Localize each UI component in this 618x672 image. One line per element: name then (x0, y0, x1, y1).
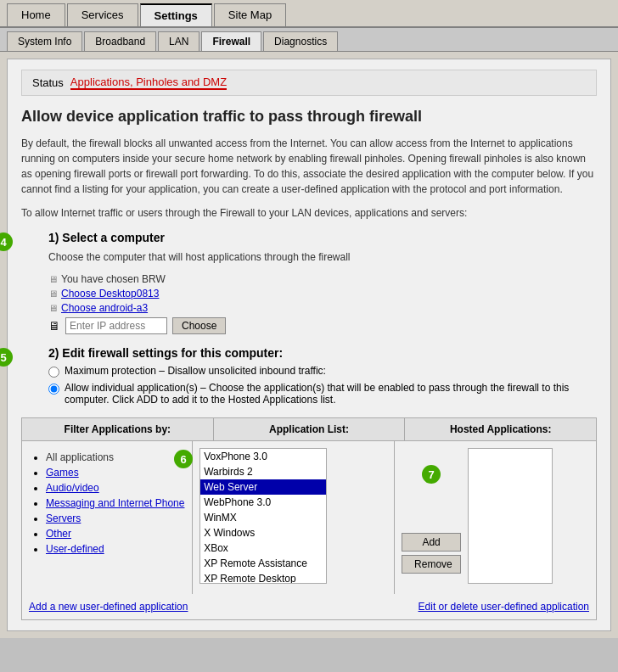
remove-button[interactable]: Remove (402, 555, 461, 574)
filter-servers: Servers (46, 512, 185, 524)
computer-icon-android: 🖥 (48, 303, 58, 313)
app-table-header: Filter Applications by: Application List… (22, 418, 596, 441)
sub-nav: System Info Broadband LAN Firewall Diagn… (0, 28, 618, 52)
col-header-filter: Filter Applications by: (22, 418, 214, 440)
hosted-box (468, 448, 553, 584)
app-table-body: All applications Games Audio/video Messa… (22, 441, 596, 594)
section2-heading: 2) Edit firewall settings for this compu… (48, 346, 597, 360)
radio-allow-individual: Allow individual application(s) – Choose… (48, 382, 597, 406)
radio-max-protection: Maximum protection – Disallow unsolicite… (48, 365, 597, 378)
choose-android-link[interactable]: Choose android-a3 (61, 302, 148, 314)
app-section: Filter Applications by: Application List… (21, 417, 597, 620)
radio-allow-input[interactable] (48, 384, 59, 395)
filter-games: Games (46, 467, 185, 479)
col-header-hosted: Hosted Applications: (405, 418, 596, 440)
filter-messaging-link[interactable]: Messaging and Internet Phone (46, 497, 184, 509)
section1-heading: 1) Select a computer (48, 231, 597, 244)
app-item-xpra[interactable]: XP Remote Assistance (200, 556, 326, 571)
app-item-voxphone[interactable]: VoxPhone 3.0 (200, 449, 326, 464)
step7-badge: 7 (422, 465, 441, 484)
page-title: Allow device application traffic to pass… (21, 108, 597, 126)
status-label: Status (32, 76, 64, 89)
filter-servers-link[interactable]: Servers (46, 512, 81, 524)
status-value: Applications, Pinholes and DMZ (70, 76, 227, 90)
applist-col: 6 VoxPhone 3.0 Warbirds 2 Web Server Web… (193, 441, 395, 594)
app-item-xbox[interactable]: XBox (200, 540, 326, 556)
filter-messaging: Messaging and Internet Phone (46, 497, 185, 509)
choose-desktop-link[interactable]: Choose Desktop0813 (61, 288, 159, 300)
radio-allow-label: Allow individual application(s) – Choose… (65, 382, 597, 406)
top-nav: Home Services Settings Site Map (0, 0, 618, 28)
step5-badge: 5 (0, 348, 13, 367)
tab-services[interactable]: Services (67, 3, 138, 26)
hosted-col: 7 Add Remove (395, 441, 596, 594)
step6-badge: 6 (174, 450, 193, 468)
filter-games-link[interactable]: Games (46, 467, 79, 479)
app-item-warbirds[interactable]: Warbirds 2 (200, 464, 326, 479)
desktop-item: 🖥 Choose Desktop0813 (48, 288, 597, 300)
computer-icon-chosen: 🖥 (48, 274, 58, 284)
step4-badge: 4 (0, 232, 13, 251)
subtab-broadband[interactable]: Broadband (84, 31, 156, 51)
chosen-computer: 🖥 You have chosen BRW (48, 273, 597, 285)
app-item-xprd[interactable]: XP Remote Desktop (200, 571, 326, 584)
choose-ip-button[interactable]: Choose (172, 317, 226, 334)
filter-user-defined-link[interactable]: User-defined (46, 543, 104, 555)
filter-other: Other (46, 528, 185, 540)
subtab-diagnostics[interactable]: Diagnostics (263, 31, 338, 51)
filter-all-label: All applications (46, 451, 114, 463)
section1-subtitle: Choose the computer that will host appli… (48, 249, 597, 265)
section2: 5 2) Edit firewall settings for this com… (21, 346, 597, 406)
filter-list: All applications Games Audio/video Messa… (29, 451, 185, 555)
app-item-xwindows[interactable]: X Windows (200, 525, 326, 540)
filter-col: All applications Games Audio/video Messa… (22, 441, 193, 594)
main-outer: Status Applications, Pinholes and DMZ Al… (0, 52, 618, 638)
chosen-label: You have chosen BRW (61, 273, 166, 285)
app-item-webserver[interactable]: Web Server (200, 479, 326, 495)
col-header-applist: Application List: (214, 418, 406, 440)
tab-home[interactable]: Home (7, 3, 65, 26)
android-item: 🖥 Choose android-a3 (48, 302, 597, 314)
radio-max-label: Maximum protection – Disallow unsolicite… (65, 365, 326, 377)
subtab-firewall[interactable]: Firewall (201, 31, 261, 51)
app-item-webphone[interactable]: WebPhone 3.0 (200, 495, 326, 510)
computer-icon-desktop: 🖥 (48, 288, 58, 299)
tab-settings[interactable]: Settings (140, 3, 212, 26)
description-2: To allow Internet traffic or users throu… (21, 205, 597, 221)
filter-audio: Audio/video (46, 482, 185, 494)
tab-sitemap[interactable]: Site Map (214, 3, 286, 26)
ip-input[interactable] (65, 317, 167, 334)
filter-all: All applications (46, 451, 185, 463)
add-button[interactable]: Add (402, 533, 461, 552)
filter-user-defined: User-defined (46, 543, 185, 555)
edit-user-defined-link[interactable]: Edit or delete user-defined application (419, 601, 589, 613)
subtab-lan[interactable]: LAN (158, 31, 199, 51)
filter-audio-link[interactable]: Audio/video (46, 482, 99, 494)
main-content: Status Applications, Pinholes and DMZ Al… (7, 59, 611, 631)
bottom-links: Add a new user-defined application Edit … (22, 594, 596, 619)
description-1: By default, the firewall blocks all unwa… (21, 136, 597, 197)
ip-icon: 🖥 (48, 319, 60, 333)
add-user-defined-link[interactable]: Add a new user-defined application (29, 601, 188, 613)
ip-row: 🖥 Choose (48, 317, 597, 334)
filter-other-link[interactable]: Other (46, 528, 71, 540)
app-list-box[interactable]: VoxPhone 3.0 Warbirds 2 Web Server WebPh… (199, 448, 327, 584)
section1: 4 1) Select a computer Choose the comput… (21, 231, 597, 334)
app-item-winmx[interactable]: WinMX (200, 510, 326, 525)
status-bar: Status Applications, Pinholes and DMZ (21, 70, 597, 96)
radio-max-input[interactable] (48, 367, 59, 378)
subtab-sysinfo[interactable]: System Info (7, 31, 82, 51)
